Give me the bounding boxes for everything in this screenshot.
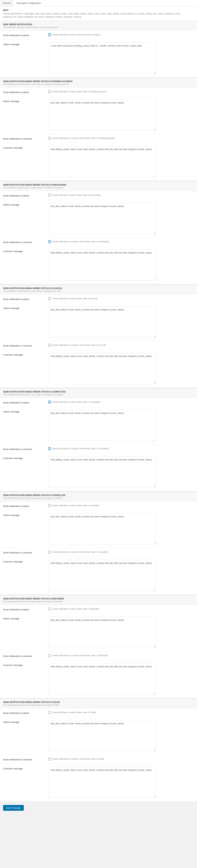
tab-general[interactable]: General xyxy=(0,0,14,6)
tab-messages-configuration[interactable]: Messages Configuration xyxy=(14,0,44,6)
customer-notify-description: Send notification to customer when when … xyxy=(53,758,104,760)
admin-message-textarea[interactable]: {site_title}: status of order #{order_nu… xyxy=(48,306,156,338)
admin-notify-checkbox[interactable] xyxy=(48,711,51,714)
admin-notify-row: Send notification to adminSend notificat… xyxy=(0,398,197,407)
customer-message-label: Customer message xyxy=(3,560,48,563)
content-area: INFOAllowed placeholder in Messages: {si… xyxy=(0,6,197,801)
admin-notify-label: Send notification to admin xyxy=(3,297,48,301)
customer-notify-checkbox[interactable] xyxy=(48,757,51,761)
admin-notify-description: Send notification to admin when order is… xyxy=(53,90,106,93)
admin-message-row: Admin message{site_title}: status of ord… xyxy=(0,200,197,238)
admin-notify-label: Send notification to admin xyxy=(3,711,48,714)
section-description: This notification will send when a order… xyxy=(3,187,194,189)
section-title: SEND NOTIFICATION WHEN ORDER STATUS IS R… xyxy=(3,597,194,600)
settings-page: General Messages Configuration INFOAllow… xyxy=(0,0,197,813)
admin-notify-checkbox[interactable] xyxy=(48,33,51,36)
section-title: SEND NOTIFICATION WHEN ORDER STATUS IS C… xyxy=(3,494,194,496)
save-changes-button[interactable]: Save Changes xyxy=(3,805,24,811)
customer-notify-label: Send notification to customer xyxy=(3,137,48,140)
admin-notify-row: Send notification to adminSend notificat… xyxy=(0,294,197,304)
info-panel: INFOAllowed placeholder in Messages: {si… xyxy=(0,6,197,21)
customer-notify-description: Send notification to customer when when … xyxy=(53,654,108,657)
customer-message-label: Customer message xyxy=(3,353,48,356)
customer-notify-checkbox[interactable] xyxy=(48,240,51,243)
admin-notify-checkbox[interactable] xyxy=(48,401,51,403)
tabs-nav: General Messages Configuration xyxy=(0,0,197,6)
customer-message-label: Customer message xyxy=(3,663,48,666)
admin-message-row: Admin message{site_title}: status of ord… xyxy=(0,510,197,548)
customer-notify-checkbox[interactable] xyxy=(48,344,51,346)
admin-message-label: Admin message xyxy=(3,410,48,413)
customer-notify-description: Send notification to customer when when … xyxy=(53,241,109,243)
customer-notify-label: Send notification to customer xyxy=(3,654,48,657)
admin-notify-checkbox[interactable] xyxy=(48,194,51,196)
customer-message-textarea[interactable]: Hello {billing_name}, status of your ord… xyxy=(48,663,156,694)
customer-notify-checkbox[interactable] xyxy=(48,551,51,553)
admin-notify-description: Send notification to admin when order is… xyxy=(53,401,100,403)
customer-message-textarea[interactable]: Hello {billing_name}, status of your ord… xyxy=(48,146,156,177)
admin-notify-description: Send notification to admin when order is… xyxy=(53,711,96,714)
customer-message-textarea[interactable]: Hello {billing_name}, status of your ord… xyxy=(48,456,156,488)
info-title: INFO xyxy=(3,9,194,11)
admin-notify-checkbox[interactable] xyxy=(48,504,51,507)
admin-notify-row: Send notification to adminSend notificat… xyxy=(0,31,197,39)
admin-notify-label: Send notification to admin xyxy=(3,194,48,197)
section-description: This notification will send when a order… xyxy=(3,497,194,499)
admin-message-textarea[interactable]: {site_title}: status of order #{order_nu… xyxy=(48,720,156,751)
notification-section: SEND NOTIFICATION WHEN ORDER STATUS IS P… xyxy=(0,181,197,284)
section-description: This notification will send when a order… xyxy=(3,394,194,396)
admin-message-textarea[interactable]: {site_title}: status of order #{order_nu… xyxy=(48,513,156,545)
notification-section: NEW ORDER NOTIFICATIONThis notification … xyxy=(0,21,197,77)
section-description: This notification will send when a order… xyxy=(3,704,194,706)
customer-message-textarea[interactable]: Hello {billing_name}, status of your ord… xyxy=(48,560,156,591)
admin-notify-description: Send notification to admin when order is… xyxy=(53,608,99,610)
save-bar: Save Changes xyxy=(0,802,197,813)
customer-message-textarea[interactable]: Hello {billing_name}, status of your ord… xyxy=(48,767,156,798)
customer-message-label: Customer message xyxy=(3,146,48,149)
section-description: This notification will send when a order… xyxy=(3,83,194,85)
section-title: SEND NOTIFICATION WHEN ORDER STATUS IS O… xyxy=(3,287,194,289)
admin-message-textarea[interactable]: {site_title}: status of order #{order_nu… xyxy=(48,617,156,648)
admin-message-row: Admin messageA new order was placed by {… xyxy=(0,39,197,77)
customer-message-label: Customer message xyxy=(3,249,48,253)
notification-section: SEND NOTIFICATION WHEN ORDER STATUS IS C… xyxy=(0,492,197,594)
section-description: This notification will send when a order… xyxy=(3,600,194,602)
admin-notify-label: Send notification to admin xyxy=(3,90,48,94)
admin-message-textarea[interactable]: {site_title}: status of order #{order_nu… xyxy=(48,99,156,130)
customer-message-textarea[interactable]: Hello {billing_name}, status of your ord… xyxy=(48,353,156,384)
section-title: SEND NOTIFICATION WHEN ORDER STATUS IS P… xyxy=(3,184,194,186)
admin-notify-row: Send notification to adminSend notificat… xyxy=(0,191,197,200)
admin-notify-checkbox[interactable] xyxy=(48,90,51,93)
admin-notify-checkbox[interactable] xyxy=(48,608,51,610)
admin-notify-description: Send notification to admin when order is… xyxy=(53,194,100,196)
section-title: SEND NOTIFICATION WHEN ORDER STATUS IS C… xyxy=(3,391,194,393)
admin-message-label: Admin message xyxy=(3,617,48,620)
admin-message-textarea[interactable]: {site_title}: status of order #{order_nu… xyxy=(48,203,156,234)
customer-notify-checkbox[interactable] xyxy=(48,137,51,140)
admin-notify-row: Send notification to adminSend notificat… xyxy=(0,708,197,717)
customer-notify-row: Send notification to customerSend notifi… xyxy=(0,548,197,557)
admin-notify-checkbox[interactable] xyxy=(48,297,51,300)
customer-notify-label: Send notification to customer xyxy=(3,240,48,244)
customer-message-label: Customer message xyxy=(3,767,48,770)
customer-message-label: Customer message xyxy=(3,456,48,460)
section-title: NEW ORDER NOTIFICATION xyxy=(3,23,194,26)
customer-notify-label: Send notification to customer xyxy=(3,447,48,451)
customer-notify-row: Send notification to customerSend notifi… xyxy=(0,238,197,247)
admin-message-textarea[interactable]: A new order was placed by {billing_name}… xyxy=(48,42,156,73)
admin-notify-label: Send notification to admin xyxy=(3,401,48,404)
admin-message-row: Admin message{site_title}: status of ord… xyxy=(0,717,197,755)
section-title: SEND NOTIFICATION WHEN ORDER STATUS IS F… xyxy=(3,701,194,704)
customer-notify-row: Send notification to customerSend notifi… xyxy=(0,341,197,350)
customer-message-textarea[interactable]: Hello {billing_name}, status of your ord… xyxy=(48,249,156,281)
section-description: This notification will send to admin whe… xyxy=(3,26,194,28)
section-header: SEND NOTIFICATION WHEN ORDER STATUS IS O… xyxy=(0,285,197,294)
customer-notify-checkbox[interactable] xyxy=(48,654,51,657)
section-title: SEND NOTIFICATION WHEN ORDER STATUS IS P… xyxy=(3,80,194,83)
admin-notify-row: Send notification to adminSend notificat… xyxy=(0,501,197,510)
customer-notify-description: Send notification to customer when when … xyxy=(53,447,109,450)
customer-notify-label: Send notification to customer xyxy=(3,757,48,761)
customer-notify-checkbox[interactable] xyxy=(48,447,51,450)
admin-message-textarea[interactable]: {site_title}: status of order #{order_nu… xyxy=(48,410,156,441)
admin-notify-label: Send notification to admin xyxy=(3,33,48,37)
